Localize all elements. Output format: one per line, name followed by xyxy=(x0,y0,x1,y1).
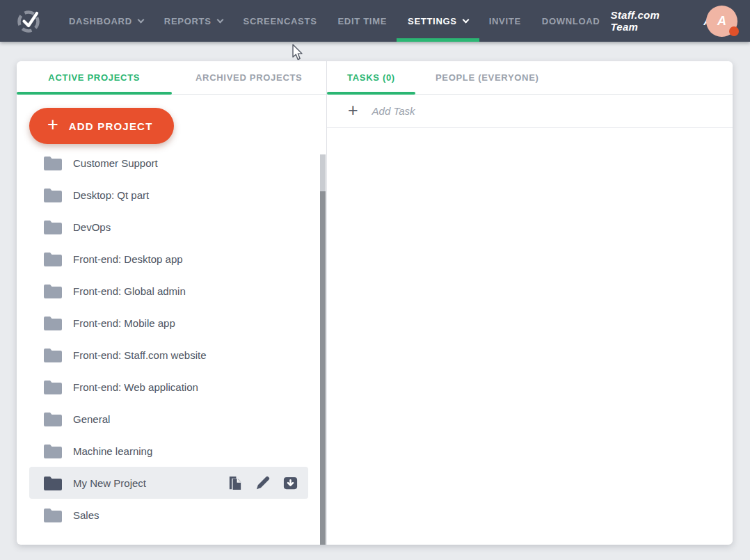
add-task-placeholder: Add Task xyxy=(372,105,415,117)
project-name: Front-end: Web application xyxy=(73,381,198,393)
folder-icon xyxy=(43,443,63,459)
projects-tabs: ACTIVE PROJECTS ARCHIVED PROJECTS xyxy=(17,61,326,95)
tasks-tabs: TASKS (0) PEOPLE (EVERYONE) xyxy=(327,61,733,95)
project-row[interactable]: Front-end: Desktop app xyxy=(29,243,308,275)
tab-tasks-label: TASKS (0) xyxy=(347,72,395,83)
project-name: Front-end: Staff.com website xyxy=(73,349,206,361)
add-project-button[interactable]: + ADD PROJECT xyxy=(29,108,174,144)
projects-card: ACTIVE PROJECTS ARCHIVED PROJECTS + ADD … xyxy=(17,61,733,545)
project-row[interactable]: Front-end: Staff.com website xyxy=(29,339,308,371)
project-row[interactable]: Machine learning xyxy=(29,435,308,467)
archive-icon[interactable] xyxy=(282,475,298,491)
avatar[interactable]: A xyxy=(706,6,737,37)
nav-edit-time-label: EDIT TIME xyxy=(338,16,388,26)
folder-icon xyxy=(43,155,63,171)
folder-icon xyxy=(43,347,63,363)
project-name: Front-end: Mobile app xyxy=(73,317,175,329)
project-name: Customer Support xyxy=(73,157,158,169)
folder-icon xyxy=(43,283,63,299)
folder-icon xyxy=(43,251,63,267)
team-name[interactable]: Staff.com Team xyxy=(610,9,687,33)
folder-icon xyxy=(43,475,63,491)
avatar-letter: A xyxy=(717,14,726,29)
plus-icon: + xyxy=(47,115,58,134)
add-task-input[interactable]: + Add Task xyxy=(327,95,733,128)
tab-active-projects[interactable]: ACTIVE PROJECTS xyxy=(17,61,172,94)
tab-archived-projects-label: ARCHIVED PROJECTS xyxy=(196,72,302,83)
top-nav: DASHBOARD REPORTS SCREENCASTS EDIT TIME … xyxy=(0,0,750,42)
tasks-panel: TASKS (0) PEOPLE (EVERYONE) + Add Task xyxy=(327,61,733,545)
nav-edit-time[interactable]: EDIT TIME xyxy=(328,0,398,42)
notification-dot xyxy=(729,26,739,36)
folder-icon xyxy=(43,411,63,427)
project-row[interactable]: Sales xyxy=(29,499,308,531)
nav-reports[interactable]: REPORTS xyxy=(154,0,233,42)
copy-icon[interactable] xyxy=(227,475,243,491)
project-name: Machine learning xyxy=(73,445,152,457)
nav-invite-label: INVITE xyxy=(489,16,521,26)
chevron-down-icon xyxy=(137,16,144,23)
chevron-down-icon xyxy=(216,16,223,23)
project-row[interactable]: Desktop: Qt part xyxy=(29,179,308,211)
project-row[interactable]: Front-end: Web application xyxy=(29,371,308,403)
nav-screencasts[interactable]: SCREENCASTS xyxy=(233,0,328,42)
nav-download-label: DOWNLOAD xyxy=(542,16,600,26)
tab-tasks[interactable]: TASKS (0) xyxy=(327,61,415,94)
folder-icon xyxy=(43,507,63,523)
app-logo[interactable] xyxy=(15,7,43,35)
projects-panel: ACTIVE PROJECTS ARCHIVED PROJECTS + ADD … xyxy=(17,61,327,545)
chevron-down-icon xyxy=(462,16,469,23)
add-project-label: ADD PROJECT xyxy=(69,120,153,132)
project-row[interactable]: General xyxy=(29,403,308,435)
folder-icon xyxy=(43,379,63,395)
project-name: General xyxy=(73,413,110,425)
tab-people[interactable]: PEOPLE (EVERYONE) xyxy=(415,61,559,94)
edit-icon[interactable] xyxy=(255,475,271,491)
project-name: Front-end: Desktop app xyxy=(73,253,183,265)
nav-settings-label: SETTINGS xyxy=(408,16,457,26)
tab-active-projects-label: ACTIVE PROJECTS xyxy=(48,72,140,83)
project-name: My New Project xyxy=(73,477,146,489)
tab-people-label: PEOPLE (EVERYONE) xyxy=(436,72,539,83)
folder-icon xyxy=(43,187,63,203)
project-row-actions xyxy=(227,475,298,491)
project-row[interactable]: Front-end: Global admin xyxy=(29,275,308,307)
folder-icon xyxy=(43,315,63,331)
nav-menu: DASHBOARD REPORTS SCREENCASTS EDIT TIME … xyxy=(58,0,610,42)
nav-right: Staff.com Team A A xyxy=(610,0,750,42)
scrollbar-thumb[interactable] xyxy=(320,191,326,545)
project-row[interactable]: Customer Support xyxy=(29,147,308,179)
project-name: Sales xyxy=(73,509,99,521)
nav-download[interactable]: DOWNLOAD xyxy=(532,0,611,42)
project-name: Front-end: Global admin xyxy=(73,285,186,297)
nav-invite[interactable]: INVITE xyxy=(479,0,532,42)
clock-logo-icon xyxy=(15,7,43,35)
scrollbar-track[interactable] xyxy=(320,154,326,191)
nav-dashboard-label: DASHBOARD xyxy=(69,16,132,26)
tab-archived-projects[interactable]: ARCHIVED PROJECTS xyxy=(172,61,327,94)
nav-settings[interactable]: SETTINGS xyxy=(397,0,479,42)
project-name: DevOps xyxy=(73,221,111,233)
nav-dashboard[interactable]: DASHBOARD xyxy=(58,0,154,42)
project-row[interactable]: DevOps xyxy=(29,211,308,243)
project-name: Desktop: Qt part xyxy=(73,189,149,201)
project-list: Customer Support Desktop: Qt part DevOps… xyxy=(17,147,326,531)
project-row[interactable]: Front-end: Mobile app xyxy=(29,307,308,339)
project-row-selected[interactable]: My New Project xyxy=(29,467,308,499)
nav-screencasts-label: SCREENCASTS xyxy=(244,16,317,26)
folder-icon xyxy=(43,219,63,235)
plus-icon: + xyxy=(348,102,358,119)
nav-reports-label: REPORTS xyxy=(164,16,212,26)
